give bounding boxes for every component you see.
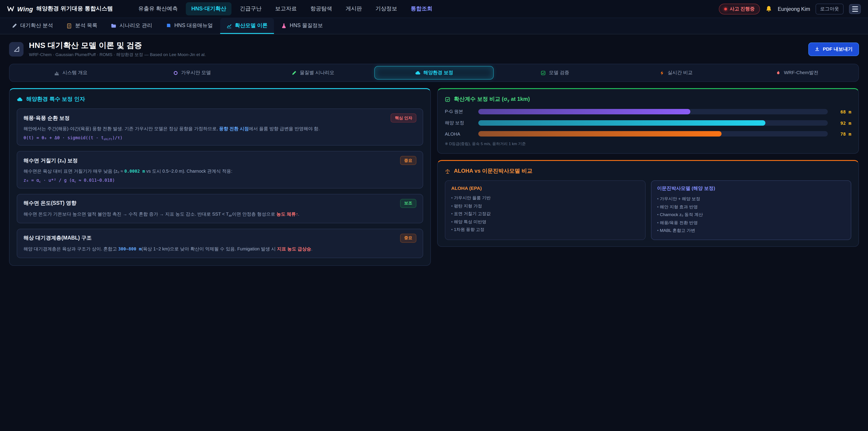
sub-nav: 대기확산 분석 분석 목록 시나리오 관리 HNS 대응매뉴얼 확산모델 이론 bbox=[0, 18, 868, 34]
subnav-hns-manual[interactable]: HNS 대응매뉴얼 bbox=[159, 18, 219, 34]
tab-model-validation[interactable]: 모델 검증 bbox=[495, 66, 615, 80]
factor-body: 해수면은 육상 대비 표면 거칠기가 매우 낮음 (z₀ ≈ 0.0002 m … bbox=[24, 168, 416, 175]
bar-track bbox=[478, 109, 828, 114]
incident-label: 사고 진행중 bbox=[730, 6, 755, 12]
clipboard-icon bbox=[66, 23, 72, 28]
tab-label: WRF-Chem발전 bbox=[784, 70, 818, 76]
nav-item-weather[interactable]: 기상정보 bbox=[370, 2, 403, 16]
nav-item-reports[interactable]: 보고자료 bbox=[270, 2, 302, 16]
bar-fill bbox=[478, 131, 721, 136]
subnav-label: 시나리오 관리 bbox=[120, 22, 152, 29]
panel-title: 해양환경 특수 보정 인자 bbox=[26, 95, 85, 103]
logout-button[interactable]: 로그아웃 bbox=[815, 3, 844, 14]
tab-marine-correction[interactable]: 해양환경 보정 bbox=[374, 66, 493, 80]
brand-name: 해양환경 위기대응 통합시스템 bbox=[36, 5, 113, 13]
nav-item-aerial-search[interactable]: 항공탐색 bbox=[305, 2, 338, 16]
folder-icon bbox=[111, 23, 116, 28]
bar-row-aloha: ALOHA 78 m bbox=[445, 131, 851, 136]
factor-formula: θ(t) = θ₀ + Δθ · sigmoid((t - tshift)/τ) bbox=[24, 135, 416, 140]
flask-icon bbox=[281, 23, 287, 28]
factor-title: 해상 대기경계층(MABL) 구조 bbox=[24, 235, 92, 242]
factor-title: 해수면 온도(SST) 영향 bbox=[24, 200, 76, 207]
bar-label: P-G 원본 bbox=[445, 109, 474, 115]
wing-logo-icon bbox=[7, 6, 14, 12]
bar-fill bbox=[478, 120, 765, 126]
lightning-icon bbox=[659, 70, 664, 75]
bar-value: 68 m bbox=[832, 109, 851, 114]
marine-correction-panel: 해양환경 특수 보정 인자 해풍·육풍 순환 보정 핵심 인자 해안에서는 주간… bbox=[9, 88, 431, 266]
list-item: 표면 거칠기 고정값 bbox=[451, 210, 639, 218]
subnav-hns-substance-info[interactable]: HNS 물질정보 bbox=[275, 18, 329, 34]
incident-status-badge[interactable]: 사고 진행중 bbox=[719, 3, 760, 14]
tab-label: 모델 검증 bbox=[549, 70, 569, 76]
list-item: 1차원 풍향 고정 bbox=[451, 226, 639, 234]
pdf-export-label: PDF 내보내기 bbox=[823, 46, 852, 52]
page-title: HNS 대기확산 모델 이론 및 검증 bbox=[29, 40, 206, 51]
subnav-label: 확산모델 이론 bbox=[235, 22, 268, 29]
aloha-panel-title: ALOHA (EPA) bbox=[451, 185, 639, 191]
tab-label: 물질별 시나리오 bbox=[300, 70, 334, 76]
nav-item-integrated-search[interactable]: 통합조회 bbox=[405, 2, 438, 16]
factor-body: 해안에서는 주간(해풍)·야간(육풍) 풍향 전환 발생. 기존 가우시안 모델… bbox=[24, 125, 416, 132]
factor-body: 해양 대기경계층은 육상과 구조가 상이. 혼합고 300~800 m(육상 1… bbox=[24, 245, 416, 252]
nav-right: 사고 진행중 Eunjeong Kim 로그아웃 bbox=[719, 3, 861, 14]
tab-realtime-comparison[interactable]: 실시간 비교 bbox=[616, 66, 736, 80]
nav-item-emergency-rescue[interactable]: 긴급구난 bbox=[235, 2, 267, 16]
comparison-title-row: ALOHA vs 이문진박사모델 비교 bbox=[445, 167, 851, 175]
set-square-icon bbox=[9, 42, 24, 56]
bar-label: 해양 보정 bbox=[445, 120, 474, 126]
page-subtitle: WRF-Chem · Gaussian Plume/Puff · ROMS · … bbox=[29, 52, 206, 58]
subnav-diffusion-model-theory[interactable]: 확산모델 이론 bbox=[220, 18, 274, 34]
cloud-icon bbox=[415, 70, 420, 75]
factor-sst-effect: 해수면 온도(SST) 영향 보조 해수면 온도가 기온보다 높으면 열적 불안… bbox=[17, 194, 423, 223]
book-icon bbox=[166, 23, 171, 28]
bar-value: 78 m bbox=[832, 131, 851, 136]
subnav-label: HNS 대응매뉴얼 bbox=[174, 22, 213, 29]
aloha-panel: ALOHA (EPA) 가우시안 플룸 기반 평탄 지형 가정 표면 거칠기 고… bbox=[445, 180, 645, 240]
factor-badge: 중요 bbox=[400, 234, 416, 243]
factor-mabl-structure: 해상 대기경계층(MABL) 구조 중요 해양 대기경계층은 육상과 구조가 상… bbox=[17, 229, 423, 258]
tab-wrf-chem[interactable]: WRF-Chem발전 bbox=[738, 66, 857, 80]
download-icon bbox=[815, 47, 819, 52]
factor-badge: 중요 bbox=[400, 156, 416, 165]
factor-sea-land-breeze: 해풍·육풍 순환 보정 핵심 인자 해안에서는 주간(해풍)·야간(육풍) 풍향… bbox=[17, 109, 423, 146]
comparison-grid: ALOHA (EPA) 가우시안 플룸 기반 평탄 지형 가정 표면 거칠기 고… bbox=[445, 180, 851, 240]
subnav-atmospheric-analysis[interactable]: 대기확산 분석 bbox=[5, 18, 59, 34]
nav-item-hns-atmospheric[interactable]: HNS·대기확산 bbox=[186, 2, 232, 16]
main-content: 해양환경 특수 보정 인자 해풍·육풍 순환 보정 핵심 인자 해안에서는 주간… bbox=[0, 82, 868, 266]
aloha-feature-list: 가우시안 플룸 기반 평탄 지형 가정 표면 거칠기 고정값 해양 특성 미반영… bbox=[451, 194, 639, 234]
tab-system-overview[interactable]: 시스템 개요 bbox=[11, 66, 130, 80]
bar-value: 92 m bbox=[832, 120, 851, 125]
lee-panel-title: 이문진박사모델 (해양 보정) bbox=[657, 185, 845, 192]
nav-item-oil-diffusion[interactable]: 유출유 확산예측 bbox=[133, 2, 183, 16]
nav-item-board[interactable]: 게시판 bbox=[340, 2, 367, 16]
chart-title-row: 확산계수 보정 비교 (σy at 1km) bbox=[445, 95, 851, 103]
bar-track bbox=[478, 131, 828, 136]
list-item: 평탄 지형 가정 bbox=[451, 202, 639, 210]
list-item: 해양 특성 미반영 bbox=[451, 218, 639, 225]
tab-label: 가우시안 모델 bbox=[181, 70, 211, 76]
chart-title: 확산계수 보정 비교 (σy at 1km) bbox=[454, 95, 530, 103]
brand: Wing 해양환경 위기대응 통합시스템 bbox=[7, 5, 113, 13]
bell-icon[interactable] bbox=[766, 5, 772, 12]
pdf-export-button[interactable]: PDF 내보내기 bbox=[808, 42, 859, 56]
tab-gaussian-model[interactable]: 가우시안 모델 bbox=[132, 66, 251, 80]
subnav-scenario-management[interactable]: 시나리오 관리 bbox=[105, 18, 158, 34]
app-root: Wing 해양환경 위기대응 통합시스템 유출유 확산예측 HNS·대기확산 긴… bbox=[0, 0, 868, 431]
lee-feature-list: 가우시안 + 해양 보정 해안 지형 효과 반영 Charnock z₀ 동적 … bbox=[657, 195, 845, 235]
bar-chart: P-G 원본 68 m 해양 보정 92 m ALOHA 78 m bbox=[445, 109, 851, 136]
hamburger-menu-icon[interactable] bbox=[849, 4, 861, 14]
subnav-label: HNS 물질정보 bbox=[290, 22, 323, 29]
list-item: 해풍/육풍 전환 반영 bbox=[657, 219, 845, 226]
factor-title: 해풍·육풍 순환 보정 bbox=[24, 115, 70, 121]
bar-row-pg-original: P-G 원본 68 m bbox=[445, 109, 851, 115]
bar-track bbox=[478, 120, 828, 126]
subnav-label: 분석 목록 bbox=[75, 22, 97, 29]
rocket-icon bbox=[776, 70, 781, 75]
top-nav: Wing 해양환경 위기대응 통합시스템 유출유 확산예측 HNS·대기확산 긴… bbox=[0, 0, 868, 18]
tab-label: 시스템 개요 bbox=[62, 70, 88, 76]
subnav-analysis-list[interactable]: 분석 목록 bbox=[60, 18, 103, 34]
tab-substance-scenario[interactable]: 물질별 시나리오 bbox=[253, 66, 373, 80]
pencil-icon bbox=[291, 70, 297, 75]
factor-badge: 핵심 인자 bbox=[391, 114, 416, 123]
